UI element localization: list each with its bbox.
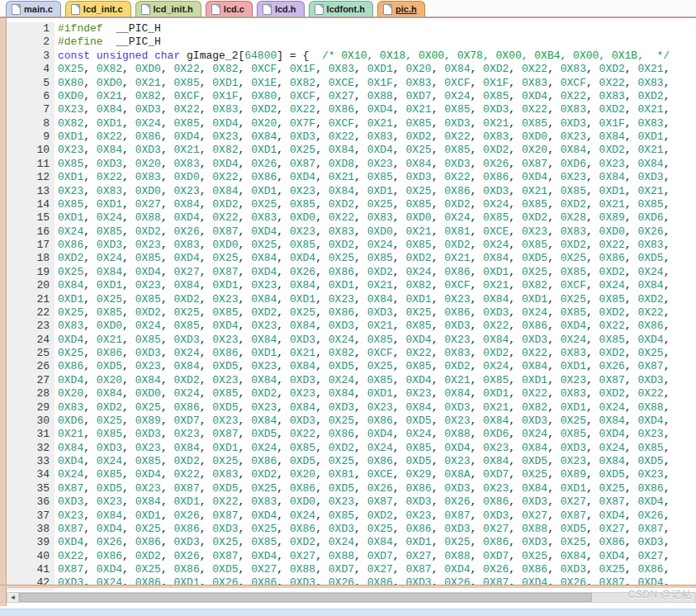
tab-lcd.h[interactable]: lcd.h — [257, 1, 305, 17]
code-editor[interactable]: 1#ifndef __PIC_H2#define __PIC_H3const u… — [0, 18, 696, 606]
line-number: 5 — [7, 77, 54, 90]
code-text: 0XD4, 0X26, 0X86, 0XD3, 0X25, 0X85, 0XD2… — [54, 536, 676, 549]
tab-pic.h[interactable]: pic.h — [377, 1, 425, 17]
code-text: const unsigned char gImage_2[64800] = { … — [54, 50, 670, 63]
line-number: 41 — [7, 563, 54, 576]
editor-left-border — [0, 18, 7, 606]
line-number: 19 — [7, 266, 54, 279]
code-line: 1#ifndef __PIC_H — [7, 22, 696, 36]
code-text: 0X84, 0XD1, 0X23, 0X84, 0XD1, 0X23, 0X84… — [54, 279, 676, 292]
code-text: 0X80, 0XD0, 0X21, 0X85, 0XD1, 0X1E, 0X82… — [54, 77, 676, 90]
code-text: #ifndef __PIC_H — [54, 22, 161, 36]
tab-label: lcd.h — [275, 4, 296, 14]
code-text: #define __PIC_H — [54, 36, 161, 49]
scrollbar-thumb[interactable] — [19, 593, 592, 602]
code-line: 280X20, 0X84, 0XD0, 0X24, 0X85, 0XD2, 0X… — [7, 387, 696, 400]
code-text: 0X23, 0X83, 0XD0, 0X23, 0X84, 0XD1, 0X23… — [54, 185, 676, 198]
line-number: 32 — [7, 442, 54, 455]
line-number: 33 — [7, 455, 54, 468]
line-number: 9 — [7, 130, 54, 144]
scrollbar-left-button[interactable]: ◄ — [7, 593, 19, 602]
code-text: 0XD3, 0X24, 0X86, 0XD1, 0X26, 0X86, 0XD3… — [54, 576, 676, 590]
code-text: 0XD4, 0X20, 0X84, 0XD2, 0X23, 0X84, 0XD3… — [54, 374, 676, 387]
line-number: 28 — [7, 387, 54, 400]
code-line: 120XD1, 0X22, 0X83, 0XD0, 0X22, 0X86, 0X… — [7, 171, 696, 184]
line-number: 36 — [7, 495, 54, 509]
code-line: 190X25, 0X84, 0XD4, 0X27, 0X87, 0XD4, 0X… — [7, 266, 696, 279]
code-line: 150XD1, 0X24, 0X88, 0XD4, 0X22, 0X83, 0X… — [7, 211, 696, 225]
line-number: 26 — [7, 360, 54, 373]
tab-bar: main.clcd_init.clcd_init.hlcd.clcd.hlcdf… — [0, 0, 696, 18]
code-line: 390XD4, 0X26, 0X86, 0XD3, 0X25, 0X85, 0X… — [7, 536, 696, 549]
code-line: 300XD6, 0X25, 0X89, 0XD7, 0X23, 0X84, 0X… — [7, 415, 696, 428]
line-number: 14 — [7, 198, 54, 211]
code-line: 370X23, 0X84, 0XD1, 0X26, 0X87, 0XD4, 0X… — [7, 509, 696, 523]
code-line: 2#define __PIC_H — [7, 36, 696, 49]
horizontal-scrollbar[interactable]: ◄ — [7, 592, 696, 603]
line-number: 39 — [7, 536, 54, 549]
code-line: 140X85, 0XD1, 0X27, 0X84, 0XD2, 0X25, 0X… — [7, 198, 696, 211]
tab-lcdfont.h[interactable]: lcdfont.h — [309, 1, 373, 17]
line-number: 12 — [7, 171, 54, 184]
code-text: 0X87, 0XD4, 0X25, 0X86, 0XD3, 0X25, 0X86… — [54, 523, 676, 536]
code-text: 0X83, 0XD2, 0X25, 0X86, 0XD5, 0X23, 0X84… — [54, 401, 676, 415]
line-number: 20 — [7, 279, 54, 292]
line-number: 24 — [7, 334, 54, 347]
tab-lcd_init.h[interactable]: lcd_init.h — [135, 1, 201, 17]
code-line: 270XD4, 0X20, 0X84, 0XD2, 0X23, 0X84, 0X… — [7, 374, 696, 387]
line-number: 10 — [7, 144, 54, 157]
code-line: 100X23, 0X84, 0XD3, 0X21, 0X82, 0XD1, 0X… — [7, 144, 696, 157]
code-line: 410X87, 0XD4, 0X25, 0X86, 0XD5, 0X27, 0X… — [7, 563, 696, 576]
code-line: 50X80, 0XD0, 0X21, 0X85, 0XD1, 0X1E, 0X8… — [7, 77, 696, 90]
tab-main.c[interactable]: main.c — [6, 1, 61, 17]
line-number: 29 — [7, 401, 54, 415]
code-line: 350X87, 0XD5, 0X23, 0X87, 0XD5, 0X25, 0X… — [7, 482, 696, 495]
code-text: 0XD1, 0X22, 0X83, 0XD0, 0X22, 0X86, 0XD4… — [54, 171, 676, 184]
line-number: 4 — [7, 63, 54, 76]
code-text: 0XD2, 0X24, 0X85, 0XD4, 0X25, 0X84, 0XD4… — [54, 252, 676, 265]
code-line: 110X85, 0XD3, 0X20, 0X83, 0XD4, 0X26, 0X… — [7, 158, 696, 171]
document-icon — [211, 4, 220, 15]
tab-lcd_init.c[interactable]: lcd_init.c — [65, 1, 131, 17]
code-line: 310X21, 0X85, 0XD3, 0X23, 0X87, 0XD5, 0X… — [7, 428, 696, 441]
code-text: 0X25, 0X86, 0XD3, 0X24, 0X86, 0XD1, 0X21… — [54, 347, 676, 360]
code-text: 0X84, 0XD3, 0X23, 0X84, 0XD1, 0X24, 0X85… — [54, 442, 676, 455]
code-line: 220X25, 0X85, 0XD2, 0X25, 0X85, 0XD2, 0X… — [7, 306, 696, 320]
tab-label: main.c — [24, 4, 53, 14]
document-icon — [383, 4, 392, 15]
code-text: 0X82, 0XD1, 0X24, 0X85, 0XD4, 0X20, 0X7F… — [54, 117, 676, 130]
line-number: 30 — [7, 415, 54, 428]
document-icon — [71, 4, 80, 15]
tab-label: lcd.c — [224, 4, 244, 14]
line-number: 1 — [7, 22, 54, 36]
code-text: 0X86, 0XD3, 0X23, 0X83, 0XD0, 0X25, 0X85… — [54, 239, 676, 252]
code-text: 0XD1, 0X25, 0X85, 0XD2, 0X23, 0X84, 0XD1… — [54, 293, 676, 306]
line-number: 27 — [7, 374, 54, 387]
code-text: 0X86, 0XD5, 0X23, 0X84, 0XD5, 0X23, 0X84… — [54, 360, 676, 373]
code-line: 360XD3, 0X23, 0X84, 0XD1, 0X22, 0X83, 0X… — [7, 495, 696, 509]
code-text: 0X85, 0XD3, 0X20, 0X83, 0XD4, 0X26, 0X87… — [54, 158, 676, 171]
code-text: 0XD1, 0X24, 0X88, 0XD4, 0X22, 0X83, 0XD0… — [54, 211, 676, 225]
code-text: 0X24, 0X85, 0XD2, 0X26, 0X87, 0XD4, 0X23… — [54, 225, 676, 239]
code-text: 0X85, 0XD1, 0X27, 0X84, 0XD2, 0X25, 0X85… — [54, 198, 676, 211]
code-line: 340X24, 0X85, 0XD4, 0X22, 0X83, 0XD2, 0X… — [7, 468, 696, 481]
code-line: 170X86, 0XD3, 0X23, 0X83, 0XD0, 0X25, 0X… — [7, 239, 696, 252]
code-text: 0X25, 0X82, 0XD0, 0X22, 0X82, 0XCF, 0X1F… — [54, 63, 676, 76]
code-text: 0XD4, 0X21, 0X85, 0XD3, 0X23, 0X84, 0XD3… — [54, 334, 676, 347]
code-line: 240XD4, 0X21, 0X85, 0XD3, 0X23, 0X84, 0X… — [7, 334, 696, 347]
code-text: 0XD1, 0X22, 0X86, 0XD4, 0X23, 0X84, 0XD3… — [54, 130, 676, 144]
code-line: 130X23, 0X83, 0XD0, 0X23, 0X84, 0XD1, 0X… — [7, 185, 696, 198]
code-line: 250X25, 0X86, 0XD3, 0X24, 0X86, 0XD1, 0X… — [7, 347, 696, 360]
code-text: 0XD6, 0X25, 0X89, 0XD7, 0X23, 0X84, 0XD3… — [54, 415, 676, 428]
code-text: 0X23, 0X84, 0XD3, 0X21, 0X82, 0XD1, 0X25… — [54, 144, 676, 157]
line-number: 35 — [7, 482, 54, 495]
code-text: 0X22, 0X86, 0XD2, 0X26, 0X87, 0XD4, 0X27… — [54, 550, 676, 563]
code-text: 0X24, 0X85, 0XD4, 0X22, 0X83, 0XD2, 0X20… — [54, 468, 676, 481]
editor-bottom-border — [0, 585, 696, 588]
code-area[interactable]: 1#ifndef __PIC_H2#define __PIC_H3const u… — [7, 22, 696, 591]
code-text: 0X87, 0XD4, 0X25, 0X86, 0XD5, 0X27, 0X88… — [54, 563, 676, 576]
tab-label: lcdfont.h — [327, 4, 365, 14]
tab-lcd.c[interactable]: lcd.c — [206, 1, 253, 17]
line-number: 13 — [7, 185, 54, 198]
tab-label: pic.h — [395, 4, 417, 14]
